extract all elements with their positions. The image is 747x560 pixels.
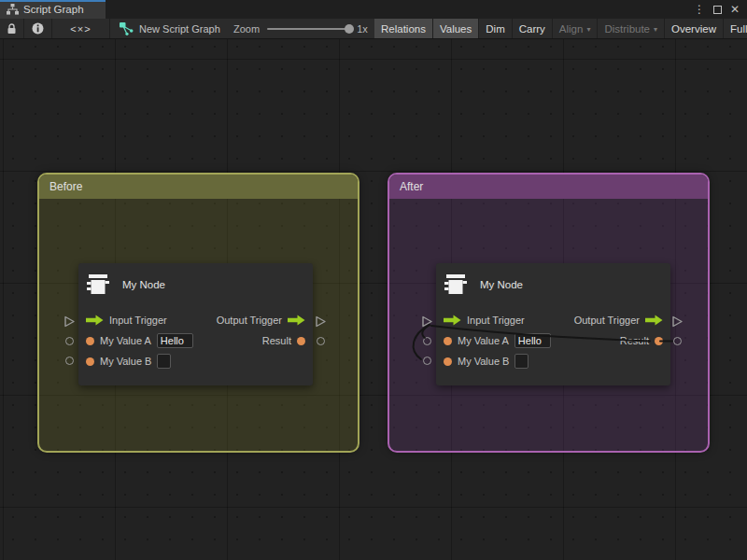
value-a-port-icon[interactable]: [444, 337, 452, 345]
value-a-row: My Value A Result: [86, 330, 305, 351]
value-b-label: My Value B: [458, 356, 509, 367]
values-toggle[interactable]: Values: [433, 19, 479, 38]
zoom-value: 1x: [357, 23, 368, 35]
external-flow-port-left[interactable]: [63, 315, 76, 328]
group-before-header[interactable]: Before: [39, 175, 358, 199]
value-b-port-icon[interactable]: [86, 357, 94, 366]
value-a-input[interactable]: [157, 333, 193, 348]
external-value-port-left-a[interactable]: [423, 337, 431, 345]
external-value-port-left-b[interactable]: [423, 357, 431, 365]
output-trigger-label: Output Trigger: [574, 315, 640, 326]
chevron-down-icon: ▾: [654, 25, 657, 34]
graph-toolbar: <×> New Script Graph Zoom 1x Relations V…: [0, 19, 747, 39]
flow-output-port-icon[interactable]: [288, 315, 305, 326]
value-a-input[interactable]: [514, 333, 551, 348]
info-icon: [32, 22, 44, 35]
node-header: My Node: [444, 273, 523, 295]
unit-node-icon: [86, 273, 110, 295]
trigger-row: Input Trigger Output Trigger: [86, 310, 305, 330]
value-b-row: My Value B: [86, 351, 305, 371]
external-value-port-right[interactable]: [317, 337, 325, 345]
dim-toggle[interactable]: Dim: [479, 19, 512, 38]
group-after-header[interactable]: After: [389, 175, 708, 199]
zoom-label: Zoom: [233, 23, 260, 35]
value-a-label: My Value A: [100, 335, 151, 346]
chevron-down-icon: ▾: [586, 25, 590, 34]
zoom-slider[interactable]: [267, 28, 349, 30]
flow-input-port-icon[interactable]: [444, 315, 461, 326]
preview-code-button[interactable]: <×>: [52, 19, 110, 38]
full-screen-button[interactable]: Full Screen: [724, 19, 747, 38]
external-flow-port-right[interactable]: [315, 315, 327, 328]
relations-toggle[interactable]: Relations: [374, 19, 433, 38]
info-button[interactable]: [24, 19, 52, 38]
node-header: My Node: [86, 273, 165, 295]
graph-hierarchy-icon: [7, 4, 19, 15]
more-menu-icon[interactable]: ⋮: [694, 4, 705, 15]
flow-output-port-icon[interactable]: [645, 315, 663, 326]
trigger-row: Input Trigger Output Trigger: [444, 310, 663, 330]
code-icon: <×>: [70, 23, 91, 35]
unit-node-icon: [444, 273, 468, 295]
overview-button[interactable]: Overview: [665, 19, 724, 38]
script-graph-icon: [120, 22, 134, 35]
group-after-title: After: [400, 180, 423, 193]
result-port-icon[interactable]: [297, 337, 305, 345]
result-label: Result: [262, 335, 291, 346]
input-trigger-label: Input Trigger: [109, 315, 167, 326]
value-b-input[interactable]: [514, 354, 529, 369]
distribute-menu-button[interactable]: Distribute▾: [598, 19, 665, 38]
external-flow-port-right[interactable]: [671, 315, 684, 328]
node-title: My Node: [480, 279, 523, 290]
tab-label: Script Graph: [23, 4, 84, 15]
new-script-graph-button[interactable]: New Script Graph: [120, 19, 220, 38]
carry-toggle[interactable]: Carry: [513, 19, 553, 38]
new-script-graph-label: New Script Graph: [139, 23, 220, 35]
external-value-port-left-a[interactable]: [65, 337, 74, 345]
value-b-input[interactable]: [157, 354, 171, 369]
lock-button[interactable]: [0, 19, 24, 38]
output-trigger-label: Output Trigger: [217, 315, 282, 326]
flow-input-port-icon[interactable]: [86, 315, 104, 326]
value-b-port-icon[interactable]: [444, 357, 452, 366]
external-value-port-right[interactable]: [673, 337, 682, 345]
result-label: Result: [620, 335, 649, 346]
zoom-control: Zoom 1x: [233, 19, 368, 38]
graph-canvas[interactable]: Before After My Nod: [0, 39, 747, 560]
tab-script-graph[interactable]: Script Graph: [0, 0, 106, 19]
maximize-icon[interactable]: [713, 6, 722, 14]
view-toggle-buttons: Relations Values Dim Carry Align▾ Distri…: [374, 19, 747, 38]
window-controls: ⋮ ✕: [694, 0, 747, 19]
group-before-title: Before: [49, 180, 82, 193]
value-a-port-icon[interactable]: [86, 337, 94, 345]
zoom-slider-handle[interactable]: [345, 24, 354, 34]
align-menu-button[interactable]: Align▾: [553, 19, 599, 38]
external-value-port-left-b[interactable]: [65, 357, 74, 365]
node-my-node-before[interactable]: My Node Input Trigger Output Trigger My …: [78, 263, 313, 385]
node-my-node-after[interactable]: My Node Input Trigger Output Trigger My …: [436, 263, 670, 385]
result-port-icon[interactable]: [655, 337, 663, 345]
script-graph-window: Script Graph ⋮ ✕ <×>: [0, 0, 747, 560]
value-b-row: My Value B: [444, 351, 663, 371]
value-a-label: My Value A: [458, 335, 509, 346]
value-b-label: My Value B: [100, 356, 151, 367]
tab-active-accent: [0, 0, 106, 2]
lock-icon: [7, 23, 17, 35]
tab-bar: Script Graph ⋮ ✕: [0, 0, 747, 19]
value-a-row: My Value A Result: [444, 330, 663, 351]
close-icon[interactable]: ✕: [730, 4, 740, 15]
external-flow-port-left[interactable]: [421, 315, 433, 328]
node-title: My Node: [122, 279, 165, 290]
input-trigger-label: Input Trigger: [467, 315, 525, 326]
